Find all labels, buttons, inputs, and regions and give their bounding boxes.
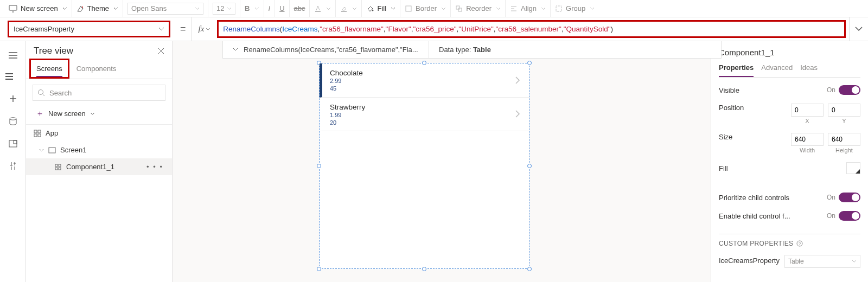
new-screen-tree-button[interactable]: ＋ New screen [26, 106, 172, 124]
svg-rect-17 [49, 148, 55, 153]
formula-bar[interactable]: RenameColumns(IceCreams,"cra56_flavornam… [217, 20, 846, 38]
chevron-down-icon [852, 260, 857, 263]
tab-properties[interactable]: Properties [719, 60, 754, 77]
chevron-down-icon [158, 27, 164, 31]
gallery: Chocolate 2.99 45 Strawberry 1.99 20 [320, 63, 529, 131]
gallery-item-price: 2.99 [330, 77, 521, 85]
align-button[interactable]: Align [510, 0, 546, 17]
highlight-icon [340, 5, 348, 12]
svg-text:?: ? [799, 241, 801, 246]
border-button[interactable]: Border [405, 0, 446, 17]
svg-rect-21 [59, 168, 61, 170]
properties-header: Component1_1 [719, 48, 860, 57]
custom-prop-type-select[interactable]: Table [784, 255, 860, 268]
tools-rail-button[interactable] [9, 162, 17, 170]
formula-summary-text: RenameColumns(IceCreams,"cra56_flavornam… [244, 46, 418, 54]
fill-label: Fill [719, 164, 728, 172]
tree-search[interactable]: Search [33, 85, 165, 101]
data-rail-button[interactable] [9, 117, 17, 126]
insert-rail-button[interactable] [9, 94, 17, 103]
chevron-down-icon [855, 27, 863, 31]
chevron-down-icon [113, 7, 118, 10]
tree-list: App Screen1 Component1_1 • • • [26, 124, 172, 175]
resize-handle[interactable] [317, 164, 321, 168]
custom-properties-header: CUSTOM PROPERTIES ? [719, 234, 860, 247]
svg-rect-16 [38, 134, 41, 137]
underline-button[interactable]: U [279, 0, 284, 17]
chevron-down-icon [227, 7, 232, 10]
property-selector[interactable]: IceCreamsProperty [8, 21, 170, 37]
font-color-button[interactable] [314, 0, 331, 17]
svg-rect-18 [55, 164, 58, 166]
resize-handle[interactable] [317, 267, 321, 271]
size-label: Size [719, 133, 732, 141]
canvas[interactable]: Chocolate 2.99 45 Strawberry 1.99 20 [173, 41, 711, 282]
visible-toggle[interactable] [839, 85, 860, 95]
gallery-item[interactable]: Chocolate 2.99 45 [320, 63, 529, 98]
size-h-input[interactable] [828, 133, 860, 146]
fx-button[interactable]: fx [192, 17, 218, 41]
tab-screens[interactable]: Screens [29, 59, 69, 79]
gallery-item-qty: 45 [330, 85, 521, 92]
reorder-button[interactable]: Reorder [455, 0, 501, 17]
formula-datatype-label: Data type: Table [439, 46, 491, 54]
selected-component[interactable]: Chocolate 2.99 45 Strawberry 1.99 20 [319, 63, 529, 269]
property-selector-value: IceCreamsProperty [14, 25, 74, 33]
font-size-select[interactable]: 12 [213, 3, 235, 15]
theme-label: Theme [87, 4, 109, 12]
tab-advanced[interactable]: Advanced [761, 60, 793, 77]
formula-summary-cell[interactable]: RenameColumns(IceCreams,"cra56_flavornam… [223, 41, 429, 58]
tree-panel: Tree view Screens Components Search ＋ Ne… [26, 41, 173, 282]
fill-color-button[interactable] [846, 162, 860, 174]
properties-tabs: Properties Advanced Ideas [719, 60, 860, 78]
tab-components[interactable]: Components [69, 59, 124, 79]
expand-formula-button[interactable] [849, 17, 868, 41]
gallery-item[interactable]: Strawberry 1.99 20 [320, 98, 529, 132]
tree-item-component1[interactable]: Component1_1 • • • [26, 158, 172, 175]
tree-view-rail-button[interactable] [0, 73, 20, 80]
visible-label: Visible [719, 86, 739, 94]
tree-item-screen1[interactable]: Screen1 [26, 142, 172, 158]
italic-button[interactable]: I [269, 0, 271, 17]
position-y-input[interactable] [828, 104, 860, 117]
new-screen-button[interactable]: New screen [9, 0, 67, 17]
reorder-label: Reorder [466, 4, 492, 12]
fx-icon: fx [199, 24, 205, 34]
theme-button[interactable]: Theme [76, 0, 118, 17]
resize-handle[interactable] [527, 267, 532, 271]
resize-handle[interactable] [422, 267, 426, 271]
svg-point-9 [10, 118, 16, 120]
chevron-down-icon [206, 28, 210, 31]
tab-ideas[interactable]: Ideas [800, 60, 818, 77]
chevron-down-icon [326, 7, 331, 10]
info-icon[interactable]: ? [796, 240, 803, 247]
fill-button[interactable]: Fill [366, 0, 395, 17]
tree-item-app[interactable]: App [26, 125, 172, 142]
new-screen-tree-label: New screen [48, 110, 86, 118]
highlight-button[interactable] [340, 0, 357, 17]
size-w-input[interactable] [791, 133, 824, 146]
pcc-toggle[interactable] [839, 193, 860, 202]
resize-handle[interactable] [527, 164, 532, 168]
svg-rect-2 [315, 11, 321, 12]
formula-result-bar: RenameColumns(IceCreams,"cra56_flavornam… [222, 41, 722, 59]
gallery-item-price: 1.99 [330, 111, 521, 119]
group-button[interactable]: Group [555, 0, 595, 17]
hamburger-button[interactable] [9, 52, 17, 59]
strike-button[interactable]: abc [294, 0, 305, 17]
svg-rect-14 [38, 130, 41, 133]
gallery-item-title: Chocolate [330, 69, 521, 77]
svg-rect-19 [59, 164, 61, 166]
font-family-select[interactable]: Open Sans [127, 3, 203, 15]
svg-point-1 [82, 7, 83, 8]
chevron-down-icon [195, 7, 200, 10]
chevron-down-icon [90, 112, 95, 116]
formula-id: IceCreams [282, 25, 317, 33]
more-icon[interactable]: • • • [146, 163, 168, 171]
position-x-input[interactable] [791, 104, 824, 117]
svg-rect-8 [556, 6, 561, 11]
eccf-toggle[interactable] [839, 211, 860, 221]
media-rail-button[interactable] [9, 140, 17, 148]
close-icon[interactable] [158, 48, 164, 54]
bold-button[interactable]: B [245, 0, 259, 17]
